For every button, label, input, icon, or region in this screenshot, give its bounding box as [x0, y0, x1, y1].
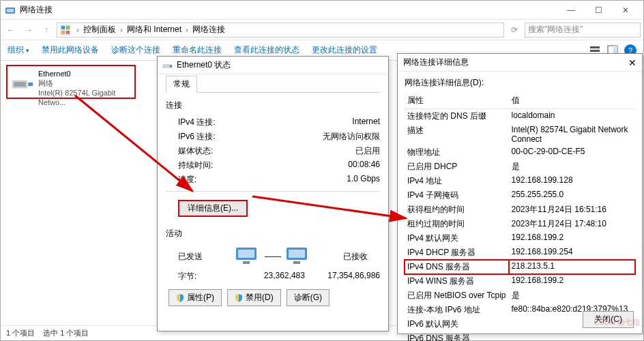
sent-bytes: 23,362,483 — [264, 271, 305, 280]
ipv6-conn-label: IPv6 连接: — [178, 131, 216, 143]
prop-cell: IPv6 默认网关 — [405, 317, 509, 331]
up-button[interactable]: ↑ — [39, 23, 54, 38]
table-row: IPv4 DNS 服务器218.213.5.1 — [405, 260, 635, 274]
svg-rect-1 — [7, 9, 14, 12]
duration-label: 持续时间: — [178, 160, 213, 171]
table-row: 物理地址00-0C-29-0D-CE-F5 — [405, 145, 635, 160]
table-row: 描述Intel(R) 82574L Gigabit Network Connec… — [405, 123, 635, 145]
cmd-rename[interactable]: 重命名此连接 — [173, 44, 222, 56]
media-label: 媒体状态: — [178, 145, 213, 157]
adapter-name: Ethernet0 — [38, 69, 132, 78]
svg-rect-19 — [243, 261, 250, 264]
sent-label: 已发送 — [178, 251, 203, 263]
shield-icon — [235, 294, 243, 302]
table-row: IPv4 默认网关192.168.199.2 — [405, 231, 635, 246]
minimize-button[interactable]: — — [557, 1, 585, 20]
adapter-item[interactable]: Ethernet0 网络 Intel(R) 82574L Gigabit Net… — [6, 65, 136, 99]
prop-cell: IPv4 DHCP 服务器 — [405, 246, 509, 260]
details-close-icon[interactable]: ✕ — [628, 57, 636, 68]
properties-button[interactable]: 属性(P) — [169, 289, 222, 306]
group-activity: 活动 — [166, 228, 380, 239]
value-cell: localdomain — [509, 109, 636, 124]
recv-bytes: 17,354,86,986 — [327, 271, 380, 280]
prop-cell: IPv4 WINS 服务器 — [405, 274, 509, 288]
details-dialog-title: 网络连接详细信息 — [403, 57, 469, 68]
table-row: IPv4 地址192.168.199.128 — [405, 174, 635, 188]
table-row: IPv4 子网掩码255.255.255.0 — [405, 188, 635, 203]
value-cell: 192.168.199.128 — [509, 174, 636, 188]
breadcrumb[interactable]: › 控制面板 › 网络和 Internet › 网络连接 — [57, 23, 504, 38]
selected-count: 选中 1 个项目 — [43, 328, 89, 338]
details-dialog: 网络连接详细信息 ✕ 网络连接详细信息(D): 属性 值 连接特定的 DNS 后… — [397, 53, 643, 334]
back-button[interactable]: ← — [3, 23, 18, 38]
svg-rect-5 — [61, 31, 65, 34]
media-value: 已启用 — [355, 145, 380, 157]
maximize-button[interactable]: ☐ — [585, 1, 612, 20]
item-count: 1 个项目 — [6, 328, 35, 338]
svg-rect-16 — [170, 65, 172, 68]
group-connection: 连接 — [166, 100, 380, 111]
svg-rect-18 — [238, 250, 254, 258]
svg-rect-15 — [162, 64, 170, 68]
cmd-change[interactable]: 更改此连接的设置 — [312, 44, 377, 56]
monitor-left-icon — [235, 246, 261, 267]
svg-rect-3 — [61, 26, 65, 29]
svg-rect-22 — [293, 261, 300, 264]
refresh-button[interactable]: ⟳ — [507, 23, 522, 38]
svg-rect-4 — [66, 26, 70, 29]
details-button[interactable]: 详细信息(E)... — [178, 200, 248, 217]
crumb-2[interactable]: 网络连接 — [191, 24, 226, 35]
th-property: 属性 — [405, 93, 509, 109]
activity-icons: —— — [235, 246, 311, 267]
diagnose-button[interactable]: 诊断(G) — [287, 289, 330, 306]
table-row: IPv4 WINS 服务器192.168.199.2 — [405, 274, 635, 288]
value-cell: 192.168.199.254 — [509, 246, 636, 260]
window-title: 网络连接 — [20, 4, 557, 16]
svg-rect-13 — [14, 82, 25, 87]
status-dialog: Ethernet0 状态 常规 连接 IPv4 连接:Internet IPv6… — [157, 56, 389, 331]
crumb-1[interactable]: 网络和 Internet — [126, 24, 183, 35]
prop-cell: IPv4 地址 — [405, 174, 509, 188]
addressbar: ← → ↑ › 控制面板 › 网络和 Internet › 网络连接 ⟳ 搜索"… — [1, 20, 643, 40]
adapter-small-icon — [162, 60, 173, 71]
prop-cell: 物理地址 — [405, 145, 509, 160]
table-row: 连接特定的 DNS 后缀localdomain — [405, 109, 635, 124]
duration-value: 00:08:46 — [348, 160, 380, 171]
search-input[interactable]: 搜索"网络连接" — [525, 23, 641, 38]
organize-menu[interactable]: 组织 ▾ — [8, 44, 29, 56]
bytes-label: 字节: — [178, 271, 196, 282]
ipv4-conn-label: IPv4 连接: — [178, 117, 216, 128]
svg-rect-8 — [590, 50, 600, 52]
close-button[interactable]: ✕ — [612, 1, 639, 20]
cmd-status[interactable]: 查看此连接的状态 — [234, 44, 299, 56]
details-caption: 网络连接详细信息(D): — [405, 77, 635, 89]
control-panel-icon — [60, 25, 71, 35]
adapter-network: 网络 — [38, 78, 132, 88]
adapter-device: Intel(R) 82574L Gigabit Netwo... — [38, 88, 132, 107]
th-value: 值 — [509, 93, 636, 109]
prop-cell: 已启用 NetBIOS over Tcpip — [405, 288, 509, 303]
crumb-0[interactable]: 控制面板 — [82, 24, 117, 35]
prop-cell: 描述 — [405, 123, 509, 145]
prop-cell: IPv4 DNS 服务器 — [405, 260, 509, 274]
adapter-icon — [10, 69, 34, 96]
prop-cell: 连接特定的 DNS 后缀 — [405, 109, 509, 124]
value-cell: 192.168.199.2 — [509, 231, 636, 246]
value-cell: 2023年11月24日 17:48:10 — [509, 217, 636, 231]
table-row: 租约过期的时间2023年11月24日 17:48:10 — [405, 217, 635, 231]
table-row: 获得租约的时间2023年11月24日 16:51:16 — [405, 203, 635, 217]
cmd-disable[interactable]: 禁用此网络设备 — [42, 44, 99, 56]
status-tabs: 常规 — [166, 76, 380, 93]
table-row: 已启用 DHCP是 — [405, 160, 635, 174]
svg-rect-7 — [590, 46, 600, 48]
details-table: 属性 值 连接特定的 DNS 后缀localdomain描述Intel(R) 8… — [405, 93, 635, 341]
monitor-right-icon — [285, 246, 311, 267]
forward-button[interactable]: → — [21, 23, 36, 38]
cmd-diagnose[interactable]: 诊断这个连接 — [111, 44, 160, 56]
speed-value: 1.0 Gbps — [347, 174, 380, 186]
tab-general[interactable]: 常规 — [166, 76, 197, 93]
disable-button[interactable]: 禁用(D) — [227, 289, 281, 306]
value-cell: Intel(R) 82574L Gigabit Network Connect — [509, 123, 636, 145]
prop-cell: 连接-本地 IPv6 地址 — [405, 303, 509, 317]
speed-label: 速度: — [178, 174, 196, 186]
